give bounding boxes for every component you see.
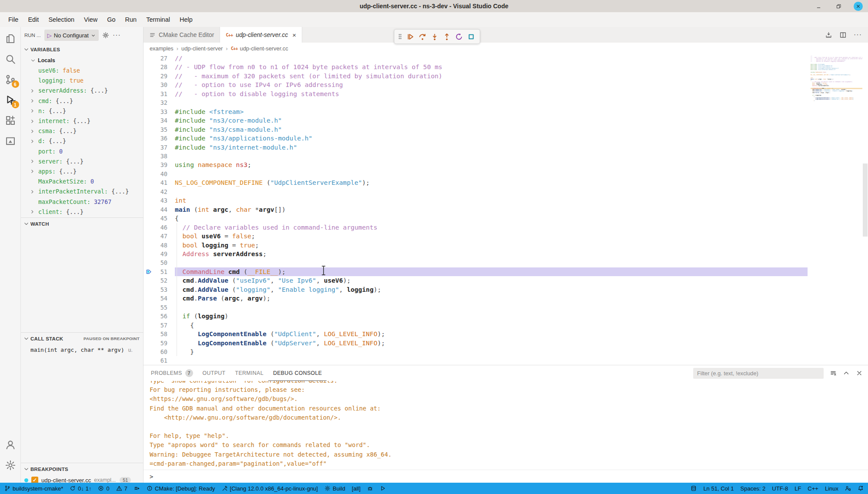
step-out-button[interactable] [441,31,452,42]
code-line[interactable]: 31// - option to disable logging stateme… [144,90,808,98]
code-line[interactable]: 44main (int argc, char *argv[]) [144,205,808,214]
code-line[interactable]: 38 [144,152,808,160]
menu-file[interactable]: File [3,15,23,24]
drag-handle[interactable] [397,33,403,40]
variable-row[interactable]: MaxPacketSize: 0 [21,177,143,187]
line-number-gutter[interactable]: 54 [144,294,175,303]
status-errors[interactable]: 0 [98,485,109,492]
debug-config-dropdown[interactable]: ▷ No Configurat [44,30,99,41]
status-warnings[interactable]: 7 [116,485,127,492]
line-number-gutter[interactable]: 55 [144,303,175,312]
menu-edit[interactable]: Edit [23,15,43,24]
line-number-gutter[interactable]: 29 [144,72,175,80]
close-tab-icon[interactable]: × [292,31,296,39]
code-line[interactable]: 32 [144,98,808,107]
panel-tab-output[interactable]: OUTPUT [198,365,230,381]
code-line[interactable]: 46 // Declare variables used in command-… [144,223,808,232]
run-debug-icon[interactable]: 1 [4,93,17,107]
editor-scrollbar[interactable] [862,54,868,365]
breakpoint-item[interactable]: ✓ udp-client-server.cc exampl... 51 [21,475,143,483]
breadcrumb-item[interactable]: C++udp-client-server.cc [231,45,288,52]
line-number-gutter[interactable]: 28 [144,63,175,71]
tab-cmake-cache-editor[interactable]: CMake Cache Editor [144,27,220,43]
line-number-gutter[interactable]: 42 [144,187,175,196]
line-number-gutter[interactable]: 57 [144,321,175,330]
code-line[interactable]: 60 } [144,347,808,356]
code-line[interactable]: 49 Address serverAddress; [144,250,808,258]
settings-icon[interactable] [4,459,17,472]
status-sync-changes[interactable]: 0↓ 1↑ [70,485,91,492]
line-number-gutter[interactable]: 38 [144,152,175,160]
code-line[interactable]: 39using namespace ns3; [144,160,808,169]
restart-button[interactable] [454,31,464,42]
line-number-gutter[interactable]: 39 [144,160,175,169]
line-number-gutter[interactable]: 45 [144,214,175,223]
stop-button[interactable] [466,31,477,42]
code-line[interactable]: 40 [144,170,808,178]
code-line[interactable]: 37#include "ns3/internet-module.h" [144,143,808,152]
line-number-gutter[interactable]: 53 [144,285,175,294]
code-line[interactable]: 29// - maximum of 320 packets sent (or l… [144,72,808,80]
debug-console-input[interactable]: > [144,470,868,483]
code-line[interactable]: 48 bool logging = true; [144,241,808,250]
line-number-gutter[interactable]: 49 [144,250,175,258]
status-indentation[interactable]: Spaces: 2 [741,485,766,492]
status-notifications[interactable] [858,485,864,491]
variable-row[interactable]: interPacketInterval: {...} [21,187,143,197]
line-number-gutter[interactable]: 59 [144,339,175,347]
variable-row[interactable]: client: {...} [21,207,143,217]
console-filter-input[interactable]: Filter (e.g. text, !exclude) [693,368,824,379]
code-line[interactable]: 28// - UDP flow from n0 to n1 of 1024 by… [144,63,808,71]
line-number-gutter[interactable]: 36 [144,134,175,143]
scrollbar-thumb[interactable] [863,164,868,237]
continue-button[interactable] [405,31,416,42]
code-area[interactable]: 27//28// - UDP flow from n0 to n1 of 102… [144,54,808,365]
code-line[interactable]: 33#include <fstream> [144,107,808,116]
panel-tab-problems[interactable]: PROBLEMS7 [146,365,198,381]
stack-frame[interactable]: main(int argc, char ** argv)u. [21,344,143,353]
status-encoding[interactable]: UTF-8 [772,485,788,492]
line-number-gutter[interactable]: 52 [144,276,175,285]
line-number-gutter[interactable]: 37 [144,143,175,152]
line-number-gutter[interactable]: 58 [144,330,175,338]
status-feedback[interactable] [845,485,851,491]
code-line[interactable]: 55 [144,303,808,312]
step-over-button[interactable] [417,31,428,42]
close-panel-icon[interactable] [856,370,863,377]
status-build-target[interactable]: [all] [352,485,361,492]
status-cursor-position[interactable]: Ln 51, Col 1 [703,485,734,492]
line-number-gutter[interactable]: 46 [144,223,175,232]
close-icon[interactable] [854,2,863,11]
split-editor-icon[interactable] [839,31,847,39]
status-build[interactable]: Build [324,485,345,492]
status-debug-target[interactable] [367,485,373,491]
code-line[interactable]: 27// [144,54,808,63]
variable-row[interactable]: internet: {...} [21,116,143,126]
code-line[interactable]: 50 [144,258,808,267]
variable-row[interactable]: maxPacketCount: 32767 [21,197,143,207]
code-line[interactable]: 30// - option to use IPv4 or IPv6 addres… [144,80,808,89]
status-debug-status[interactable] [134,485,140,491]
breakpoint-checkbox[interactable]: ✓ [31,477,38,483]
locals-scope[interactable]: Locals [21,55,143,66]
extensions-icon[interactable] [4,114,17,127]
watch-header[interactable]: WATCH [21,218,143,230]
maximize-panel-icon[interactable] [843,370,850,377]
variable-row[interactable]: useV6: false [21,66,143,76]
code-line[interactable]: 59 LogComponentEnable ("UdpServer", LOG_… [144,339,808,347]
line-number-gutter[interactable]: 61 [144,356,175,365]
status-eol[interactable]: LF [795,485,801,492]
menu-selection[interactable]: Selection [43,15,79,24]
testing-icon[interactable] [4,134,17,147]
step-into-button[interactable] [429,31,440,42]
variables-header[interactable]: VARIABLES [21,43,143,55]
breadcrumb-item[interactable]: examples [150,45,174,52]
code-line[interactable]: 56 if (logging) [144,312,808,320]
line-number-gutter[interactable]: 51 [144,267,175,276]
minimap[interactable]: //// - UDP flow from n0 to n1 of 1024 by… [808,54,862,365]
line-number-gutter[interactable]: 33 [144,107,175,116]
line-number-gutter[interactable]: 27 [144,54,175,63]
panel-tab-debug-console[interactable]: DEBUG CONSOLE [268,365,327,381]
variable-row[interactable]: logging: true [21,76,143,86]
code-line[interactable]: 42 [144,187,808,196]
